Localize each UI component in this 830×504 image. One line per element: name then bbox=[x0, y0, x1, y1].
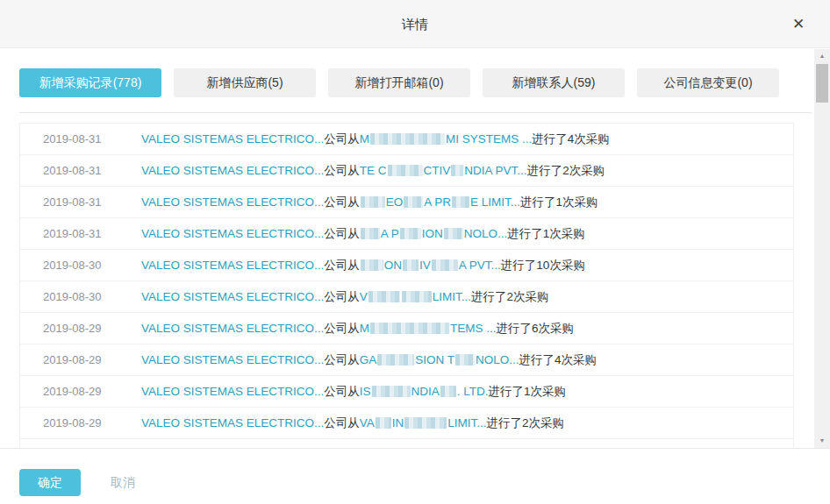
company-link[interactable]: VALEO SISTEMAS ELECTRICO... bbox=[141, 322, 324, 335]
table-row: 2019-08-31VALEO SISTEMAS ELECTRICO...公司从… bbox=[20, 218, 793, 250]
connector-text: 公司从 bbox=[324, 321, 360, 337]
record-text: VALEO SISTEMAS ELECTRICO...公司从 V LIMIT..… bbox=[141, 289, 549, 305]
supplier-text[interactable]: NDIA bbox=[411, 385, 440, 398]
record-date: 2019-08-31 bbox=[20, 195, 141, 209]
company-link[interactable]: VALEO SISTEMAS ELECTRICO... bbox=[141, 164, 324, 177]
action-text: 进行了1次采购 bbox=[489, 384, 567, 400]
company-link[interactable]: VALEO SISTEMAS ELECTRICO... bbox=[141, 290, 324, 303]
tab-3[interactable]: 新增联系人(59) bbox=[483, 68, 625, 97]
supplier-text[interactable]: ION bbox=[422, 227, 443, 240]
connector-text: 公司从 bbox=[324, 289, 360, 305]
supplier-text[interactable]: IS bbox=[360, 385, 371, 398]
supplier-text[interactable]: V bbox=[360, 290, 368, 303]
dialog-title: 详情 bbox=[0, 0, 830, 48]
record-text: VALEO SISTEMAS ELECTRICO...公司从 ONIVA PVT… bbox=[141, 258, 585, 273]
company-link[interactable]: VALEO SISTEMAS ELECTRICO... bbox=[141, 385, 324, 398]
connector-text: 公司从 bbox=[324, 352, 360, 368]
redacted-supplier-segment bbox=[400, 228, 421, 239]
supplier-text[interactable]: A P bbox=[381, 227, 399, 240]
records-table: 2019-08-31VALEO SISTEMAS ELECTRICO...公司从… bbox=[19, 123, 794, 448]
supplier-text[interactable]: EO bbox=[386, 195, 404, 209]
supplier-text[interactable]: A PVT... bbox=[459, 259, 501, 272]
supplier-text[interactable]: NOLO... bbox=[476, 353, 519, 366]
supplier-text[interactable]: ON bbox=[384, 259, 402, 272]
supplier-text[interactable]: LIMIT... bbox=[433, 290, 471, 303]
company-link[interactable]: VALEO SISTEMAS ELECTRICO... bbox=[141, 353, 324, 366]
scroll-down-icon[interactable]: ▼ bbox=[814, 434, 830, 448]
table-row: 2019-08-29VALEO SISTEMAS ELECTRICO...公司从… bbox=[20, 376, 793, 408]
supplier-text[interactable]: NOLO... bbox=[464, 227, 508, 240]
record-date: 2019-08-29 bbox=[20, 416, 141, 429]
cancel-button[interactable]: 取消 bbox=[104, 469, 142, 496]
redacted-supplier-segment bbox=[403, 259, 419, 271]
company-link[interactable]: VALEO SISTEMAS ELECTRICO... bbox=[141, 195, 324, 209]
supplier-text[interactable]: CTIV bbox=[424, 164, 451, 177]
record-date: 2019-08-29 bbox=[20, 385, 141, 398]
record-text: VALEO SISTEMAS ELECTRICO...公司从 MTEMS ...… bbox=[141, 321, 574, 337]
supplier-text[interactable]: IV bbox=[419, 259, 431, 272]
supplier-text[interactable]: M bbox=[360, 132, 369, 146]
record-text: VALEO SISTEMAS ELECTRICO...公司从 ISNDIA . … bbox=[141, 384, 566, 400]
redacted-supplier-segment bbox=[444, 228, 463, 239]
vertical-scrollbar[interactable]: ▲ ▼ bbox=[814, 49, 830, 448]
company-link[interactable]: VALEO SISTEMAS ELECTRICO... bbox=[141, 416, 324, 429]
supplier-text[interactable]: LIMIT... bbox=[447, 416, 486, 429]
supplier-text[interactable]: . LTD. bbox=[457, 385, 489, 398]
table-row: 2019-08-29VALEO SISTEMAS ELECTRICO...公司从… bbox=[20, 439, 793, 448]
supplier-text[interactable]: TEMS ... bbox=[450, 322, 497, 335]
redacted-supplier-segment bbox=[376, 417, 391, 429]
supplier-text[interactable]: E LIMIT... bbox=[470, 195, 520, 209]
tab-4[interactable]: 公司信息变更(0) bbox=[637, 68, 779, 97]
redacted-supplier-segment bbox=[372, 386, 411, 397]
tab-bar: 新增采购记录(778)新增供应商(5)新增打开邮箱(0)新增联系人(59)公司信… bbox=[19, 68, 779, 97]
supplier-text[interactable]: GA bbox=[360, 353, 377, 366]
supplier-text[interactable]: MI SYSTEMS ... bbox=[446, 132, 532, 146]
record-text: VALEO SISTEMAS ELECTRICO...公司从 VA INLIMI… bbox=[141, 415, 564, 431]
close-icon[interactable]: ✕ bbox=[788, 14, 809, 35]
table-row: 2019-08-31VALEO SISTEMAS ELECTRICO...公司从… bbox=[20, 124, 793, 155]
company-link[interactable]: VALEO SISTEMAS ELECTRICO... bbox=[141, 259, 324, 272]
record-text: VALEO SISTEMAS ELECTRICO...公司从 TE CCTIV … bbox=[141, 163, 605, 179]
supplier-text[interactable]: SION T bbox=[415, 353, 454, 366]
table-row: 2019-08-30VALEO SISTEMAS ELECTRICO...公司从… bbox=[20, 281, 793, 313]
redacted-supplier-segment bbox=[402, 291, 432, 302]
supplier-text[interactable]: VA bbox=[360, 416, 375, 429]
tab-0[interactable]: 新增采购记录(778) bbox=[19, 68, 161, 97]
action-text: 进行了4次采购 bbox=[532, 131, 610, 147]
action-text: 进行了4次采购 bbox=[519, 352, 597, 368]
confirm-button[interactable]: 确定 bbox=[19, 469, 81, 496]
redacted-supplier-segment bbox=[455, 354, 475, 366]
scroll-up-icon[interactable]: ▲ bbox=[814, 49, 830, 63]
redacted-supplier-segment bbox=[370, 133, 445, 145]
record-text: VALEO SISTEMAS ELECTRICO...公司从 A PION NO… bbox=[141, 226, 585, 242]
redacted-supplier-segment bbox=[388, 165, 423, 176]
supplier-text[interactable]: A PR bbox=[424, 195, 451, 209]
supplier-text[interactable]: IN bbox=[392, 416, 404, 429]
tab-2[interactable]: 新增打开邮箱(0) bbox=[328, 68, 470, 97]
company-link[interactable]: VALEO SISTEMAS ELECTRICO... bbox=[141, 227, 324, 240]
action-text: 进行了6次采购 bbox=[497, 321, 575, 337]
redacted-supplier-segment bbox=[361, 259, 383, 271]
scrollbar-thumb[interactable] bbox=[816, 64, 828, 103]
record-date: 2019-08-29 bbox=[20, 322, 141, 335]
record-date: 2019-08-30 bbox=[20, 259, 141, 272]
connector-text: 公司从 bbox=[324, 195, 360, 210]
supplier-text[interactable]: NDIA PVT... bbox=[464, 164, 526, 177]
record-date: 2019-08-29 bbox=[20, 353, 141, 366]
table-row: 2019-08-29VALEO SISTEMAS ELECTRICO...公司从… bbox=[20, 313, 793, 344]
action-text: 进行了1次采购 bbox=[520, 195, 598, 210]
company-link[interactable]: VALEO SISTEMAS ELECTRICO... bbox=[141, 132, 324, 146]
tab-1[interactable]: 新增供应商(5) bbox=[174, 68, 316, 97]
supplier-text[interactable]: TE C bbox=[360, 164, 387, 177]
connector-text: 公司从 bbox=[324, 163, 360, 179]
action-text: 进行了2次采购 bbox=[527, 163, 605, 179]
redacted-supplier-segment bbox=[432, 259, 458, 271]
action-text: 进行了1次采购 bbox=[507, 226, 585, 242]
supplier-text[interactable]: M bbox=[360, 322, 369, 335]
record-text: VALEO SISTEMAS ELECTRICO...公司从 GASION TN… bbox=[141, 352, 597, 368]
connector-text: 公司从 bbox=[324, 226, 360, 242]
record-date: 2019-08-30 bbox=[20, 290, 141, 303]
redacted-supplier-segment bbox=[404, 196, 423, 208]
redacted-supplier-segment bbox=[361, 196, 385, 208]
connector-text: 公司从 bbox=[324, 415, 360, 431]
